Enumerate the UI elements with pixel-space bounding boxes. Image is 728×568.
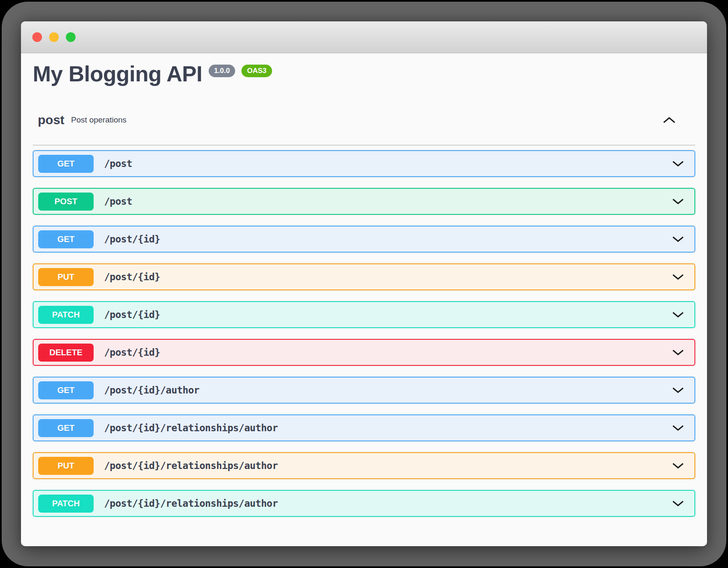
desktop-background: My Blogging API 1.0.0 OAS3 post Post ope… xyxy=(2,2,726,566)
section-divider xyxy=(33,145,695,146)
window-titlebar xyxy=(21,21,707,53)
operation-row[interactable]: PUT /post/{id}/relationships/author xyxy=(33,452,695,479)
operation-path: /post xyxy=(104,158,132,169)
method-badge: POST xyxy=(38,193,94,211)
app-window: My Blogging API 1.0.0 OAS3 post Post ope… xyxy=(21,21,707,546)
method-badge: GET xyxy=(38,419,94,437)
operation-path: /post/{id} xyxy=(104,309,160,320)
method-badge: PUT xyxy=(38,457,94,475)
operation-path: /post/{id} xyxy=(104,271,160,282)
method-badge: GET xyxy=(38,230,94,248)
operation-row[interactable]: PATCH /post/{id}/relationships/author xyxy=(33,490,695,517)
chevron-down-icon[interactable] xyxy=(672,349,684,356)
method-badge: PUT xyxy=(38,268,94,286)
operation-path: /post xyxy=(104,196,132,207)
operation-path: /post/{id} xyxy=(104,234,160,245)
method-badge: PATCH xyxy=(38,306,94,324)
operation-row[interactable]: POST /post xyxy=(33,188,695,215)
operation-path: /post/{id} xyxy=(104,347,160,358)
chevron-down-icon[interactable] xyxy=(672,500,684,507)
close-window-button[interactable] xyxy=(32,32,42,42)
operation-path: /post/{id}/author xyxy=(104,385,199,396)
operation-path: /post/{id}/relationships/author xyxy=(104,422,278,433)
operation-row[interactable]: GET /post/{id}/relationships/author xyxy=(33,414,695,441)
operation-row[interactable]: PUT /post/{id} xyxy=(33,263,695,290)
zoom-window-button[interactable] xyxy=(66,32,76,42)
minimize-window-button[interactable] xyxy=(49,32,59,42)
chevron-down-icon[interactable] xyxy=(672,462,684,469)
operation-path: /post/{id}/relationships/author xyxy=(104,498,278,509)
operation-row[interactable]: PATCH /post/{id} xyxy=(33,301,695,328)
operation-row[interactable]: GET /post xyxy=(33,150,695,177)
chevron-down-icon[interactable] xyxy=(672,311,684,318)
method-badge: PATCH xyxy=(38,495,94,513)
version-badge: 1.0.0 xyxy=(209,65,236,77)
swagger-ui-content: My Blogging API 1.0.0 OAS3 post Post ope… xyxy=(21,61,707,517)
chevron-down-icon[interactable] xyxy=(672,198,684,205)
chevron-down-icon[interactable] xyxy=(672,387,684,393)
api-title: My Blogging API xyxy=(33,61,202,87)
chevron-up-icon[interactable] xyxy=(663,117,676,124)
api-info-header: My Blogging API 1.0.0 OAS3 xyxy=(33,61,695,87)
method-badge: GET xyxy=(38,155,94,173)
tag-name: post xyxy=(38,113,64,127)
tag-header-post[interactable]: post Post operations xyxy=(33,113,695,127)
method-badge: GET xyxy=(38,381,94,399)
operation-row[interactable]: GET /post/{id} xyxy=(33,226,695,253)
operations-list: GET /post POST /post GET /post/{id} PUT … xyxy=(33,150,695,517)
operation-path: /post/{id}/relationships/author xyxy=(104,460,278,471)
chevron-down-icon[interactable] xyxy=(672,274,684,280)
oas3-badge: OAS3 xyxy=(241,65,272,77)
operation-row[interactable]: DELETE /post/{id} xyxy=(33,339,695,366)
chevron-down-icon[interactable] xyxy=(672,160,684,167)
method-badge: DELETE xyxy=(38,344,94,362)
chevron-down-icon[interactable] xyxy=(672,425,684,431)
chevron-down-icon[interactable] xyxy=(672,236,684,242)
operation-row[interactable]: GET /post/{id}/author xyxy=(33,377,695,404)
tag-description: Post operations xyxy=(71,115,126,125)
